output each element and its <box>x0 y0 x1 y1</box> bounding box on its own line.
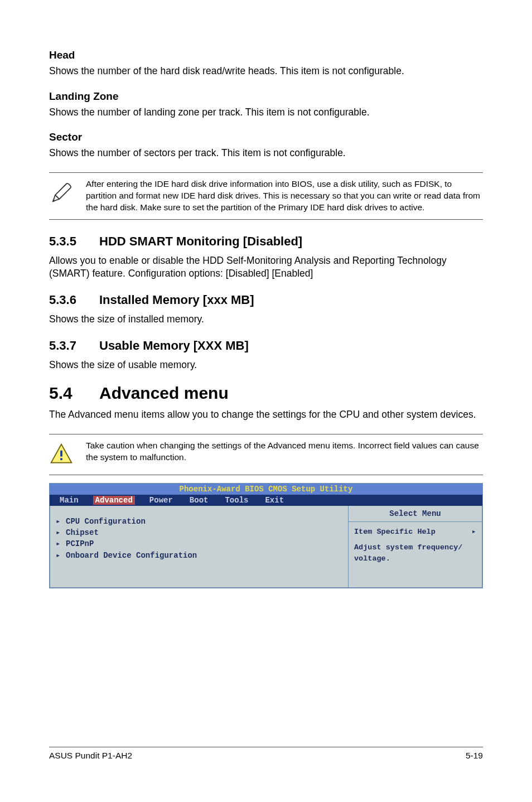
pencil-icon <box>49 178 75 207</box>
triangle-icon: ▸ <box>56 550 61 561</box>
footer-product: ASUS Pundit P1-AH2 <box>49 751 132 761</box>
bios-right-body: Item Specific Help ▸ Adjust system frequ… <box>349 522 482 587</box>
triangle-icon: ▸ <box>56 516 61 527</box>
heading-54-no: 5.4 <box>49 384 99 403</box>
note-caution: Take caution when changing the settings … <box>49 434 483 475</box>
bios-item-label: CPU Configuration <box>66 516 146 527</box>
bios-tab-exit[interactable]: Exit <box>263 496 286 505</box>
text-536: Shows the size of installed memory. <box>49 313 483 326</box>
note-pencil: After entering the IDE hard disk drive i… <box>49 172 483 220</box>
bios-tab-power[interactable]: Power <box>147 496 175 505</box>
bios-menubar: Main Advanced Power Boot Tools Exit <box>50 495 482 506</box>
text-sector: Shows the number of sectors per track. T… <box>49 147 483 160</box>
heading-54-title: Advanced menu <box>99 384 229 402</box>
footer-page-number: 5-19 <box>466 751 483 761</box>
page-footer: ASUS Pundit P1-AH2 5-19 <box>49 747 483 761</box>
triangle-icon: ▸ <box>472 526 476 538</box>
text-landing-zone: Shows the number of landing zone per tra… <box>49 106 483 119</box>
bios-item-label: Onboard Device Configuration <box>66 550 197 561</box>
heading-537: 5.3.7Usable Memory [XXX MB] <box>49 339 483 353</box>
heading-536-no: 5.3.6 <box>49 293 99 307</box>
bios-tab-boot[interactable]: Boot <box>187 496 211 505</box>
bios-screenshot: Phoenix-Award BIOS CMOS Setup Utility Ma… <box>49 483 483 588</box>
svg-rect-0 <box>60 450 62 456</box>
text-535: Allows you to enable or disable the HDD … <box>49 254 483 281</box>
bios-body: ▸ CPU Configuration ▸ Chipset ▸ PCIPnP ▸… <box>50 506 482 588</box>
heading-535-title: HDD SMART Monitoring [Disabled] <box>99 234 302 248</box>
bios-tab-advanced[interactable]: Advanced <box>93 496 135 505</box>
bios-help-header: Item Specific Help <box>354 526 436 538</box>
text-537: Shows the size of usable memory. <box>49 359 483 372</box>
bios-right-panel: Select Menu Item Specific Help ▸ Adjust … <box>349 506 482 588</box>
note-caution-text: Take caution when changing the settings … <box>86 440 483 463</box>
heading-536: 5.3.6Installed Memory [xxx MB] <box>49 293 483 307</box>
triangle-icon: ▸ <box>56 527 61 538</box>
text-54: The Advanced menu items allow you to cha… <box>49 408 483 422</box>
heading-sector: Sector <box>49 131 483 143</box>
bios-item-onboard-device[interactable]: ▸ Onboard Device Configuration <box>56 550 342 561</box>
bios-tab-tools[interactable]: Tools <box>223 496 250 505</box>
bios-item-label: PCIPnP <box>66 538 94 549</box>
heading-54: 5.4Advanced menu <box>49 384 483 403</box>
caution-icon <box>49 440 75 469</box>
heading-head: Head <box>49 49 483 61</box>
heading-537-no: 5.3.7 <box>49 339 99 353</box>
heading-535-no: 5.3.5 <box>49 234 99 249</box>
bios-item-label: Chipset <box>66 527 99 538</box>
bios-right-title: Select Menu <box>349 506 482 522</box>
bios-item-chipset[interactable]: ▸ Chipset <box>56 527 342 538</box>
text-head: Shows the number of the hard disk read/w… <box>49 65 483 78</box>
bios-item-cpu-config[interactable]: ▸ CPU Configuration <box>56 516 342 527</box>
bios-item-pcipnp[interactable]: ▸ PCIPnP <box>56 538 342 549</box>
heading-landing-zone: Landing Zone <box>49 90 483 103</box>
heading-536-title: Installed Memory [xxx MB] <box>99 293 254 307</box>
svg-rect-1 <box>60 458 62 460</box>
note-pencil-text: After entering the IDE hard disk drive i… <box>86 178 483 214</box>
bios-tab-main[interactable]: Main <box>57 496 81 505</box>
heading-537-title: Usable Memory [XXX MB] <box>99 339 249 352</box>
bios-title: Phoenix-Award BIOS CMOS Setup Utility <box>50 484 482 495</box>
heading-535: 5.3.5HDD SMART Monitoring [Disabled] <box>49 234 483 249</box>
bios-left-panel: ▸ CPU Configuration ▸ Chipset ▸ PCIPnP ▸… <box>50 506 349 588</box>
triangle-icon: ▸ <box>56 538 61 549</box>
bios-help-text: Adjust system frequency/ voltage. <box>354 542 476 565</box>
